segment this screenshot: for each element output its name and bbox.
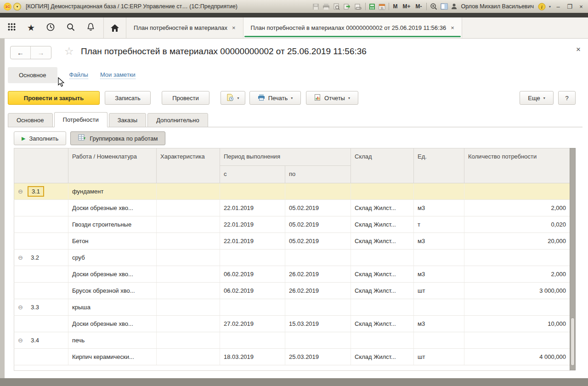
nomenclature-cell[interactable]: Кирпич керамически... bbox=[68, 349, 157, 365]
home-button[interactable] bbox=[103, 17, 126, 38]
print-preview-icon[interactable] bbox=[333, 3, 340, 10]
characteristic-cell[interactable] bbox=[157, 349, 220, 365]
characteristic-cell[interactable] bbox=[157, 283, 220, 299]
warehouse-cell[interactable]: Склад Жилст... bbox=[351, 316, 414, 332]
period-from-cell[interactable] bbox=[220, 183, 285, 200]
warehouse-cell[interactable]: Склад Жилст... bbox=[351, 200, 414, 216]
collapse-icon[interactable]: ⊖ bbox=[18, 337, 23, 344]
memory-minus-button[interactable]: M- bbox=[415, 3, 423, 10]
row-number-cell[interactable] bbox=[14, 233, 68, 250]
close-tab-icon[interactable]: × bbox=[451, 24, 454, 31]
warehouse-cell[interactable]: Склад Жилст... bbox=[351, 266, 414, 283]
favorites-star-icon[interactable]: ★ bbox=[27, 23, 35, 32]
row-number-cell[interactable] bbox=[14, 200, 68, 216]
get-link-icon[interactable] bbox=[343, 3, 351, 10]
warehouse-cell[interactable]: Склад Жилст... bbox=[351, 216, 414, 233]
period-from-cell[interactable] bbox=[220, 299, 285, 316]
quantity-cell[interactable]: 2,000 bbox=[464, 200, 570, 216]
quantity-cell[interactable]: 0,020 bbox=[464, 216, 570, 233]
header-unit[interactable]: Ед. bbox=[414, 148, 464, 183]
unit-cell[interactable]: шт bbox=[414, 349, 464, 365]
characteristic-cell[interactable] bbox=[157, 316, 220, 332]
search-icon[interactable] bbox=[66, 23, 75, 34]
unit-cell[interactable]: м3 bbox=[414, 266, 464, 283]
group-name-cell[interactable]: фундамент bbox=[68, 183, 157, 200]
tab-дополнительно[interactable]: Дополнительно bbox=[147, 113, 208, 127]
forward-button[interactable]: → bbox=[31, 46, 51, 59]
row-number-cell[interactable] bbox=[14, 349, 68, 365]
group-name-cell[interactable]: печь bbox=[68, 332, 157, 349]
period-to-cell[interactable]: 26.02.2019 bbox=[285, 266, 351, 283]
warehouse-cell[interactable]: Склад Жилст... bbox=[351, 349, 414, 365]
group-row[interactable]: ⊖3.3крыша bbox=[14, 299, 570, 316]
group-row[interactable]: ⊖3.4печь bbox=[14, 332, 570, 349]
unit-cell[interactable]: м3 bbox=[414, 233, 464, 250]
quantity-cell[interactable]: 2,000 bbox=[464, 266, 570, 283]
quantity-cell[interactable]: 4 000,000 bbox=[464, 349, 570, 365]
nav-link-files[interactable]: Файлы bbox=[69, 71, 88, 79]
nomenclature-cell[interactable]: Доски обрезные хво... bbox=[68, 266, 157, 283]
header-row-number[interactable] bbox=[14, 148, 68, 183]
period-to-cell[interactable]: 26.02.2019 bbox=[285, 283, 351, 299]
collapse-icon[interactable]: ⊖ bbox=[18, 188, 23, 195]
nomenclature-cell[interactable]: Доски обрезные хво... bbox=[68, 200, 157, 216]
characteristic-cell[interactable] bbox=[157, 183, 220, 200]
period-from-cell[interactable]: 22.01.2019 bbox=[220, 216, 285, 233]
characteristic-cell[interactable] bbox=[157, 250, 220, 266]
quantity-cell[interactable]: 3 000,000 bbox=[464, 283, 570, 299]
characteristic-cell[interactable] bbox=[157, 233, 220, 250]
group-name-cell[interactable]: крыша bbox=[68, 299, 157, 316]
group-name-cell[interactable]: сруб bbox=[68, 250, 157, 266]
main-menu-dropdown-icon[interactable]: ▾ bbox=[13, 3, 21, 11]
unit-cell[interactable]: т bbox=[414, 216, 464, 233]
period-from-cell[interactable]: 22.01.2019 bbox=[220, 200, 285, 216]
info-icon[interactable]: i bbox=[538, 3, 546, 11]
scrollbar-thumb[interactable] bbox=[571, 318, 575, 366]
group-number-cell[interactable]: ⊖3.4 bbox=[14, 332, 68, 349]
quantity-cell[interactable] bbox=[464, 250, 570, 266]
unit-cell[interactable]: шт bbox=[414, 283, 464, 299]
row-number-cell[interactable] bbox=[14, 266, 68, 283]
period-to-cell[interactable] bbox=[285, 299, 351, 316]
collapse-icon[interactable]: ⊖ bbox=[18, 304, 23, 311]
close-tab-icon[interactable]: × bbox=[232, 24, 236, 31]
nav-link-main[interactable]: Основное bbox=[8, 67, 57, 83]
characteristic-cell[interactable] bbox=[157, 200, 220, 216]
tab-active-потребности[interactable]: Потребности bbox=[54, 112, 107, 127]
item-row[interactable]: Брусок обрезной хво...06.02.201926.02.20… bbox=[14, 283, 570, 299]
item-row[interactable]: Бетон22.01.201905.02.2019Склад Жилст...м… bbox=[14, 233, 570, 250]
header-period[interactable]: Период выполнения bbox=[220, 148, 351, 166]
close-window-button[interactable]: × bbox=[577, 3, 585, 10]
print-icon[interactable] bbox=[322, 3, 330, 10]
characteristic-cell[interactable] bbox=[157, 299, 220, 316]
item-row[interactable]: Доски обрезные хво...27.02.201915.03.201… bbox=[14, 316, 570, 332]
item-row[interactable]: Гвозди строительные22.01.201905.02.2019С… bbox=[14, 216, 570, 233]
group-by-works-button[interactable]: Группировка по работам bbox=[70, 131, 165, 145]
warehouse-cell[interactable] bbox=[351, 332, 414, 349]
period-from-cell[interactable] bbox=[220, 250, 285, 266]
calculator-icon[interactable] bbox=[369, 3, 375, 10]
row-number-cell[interactable] bbox=[14, 283, 68, 299]
create-based-on-button[interactable]: ▾ bbox=[220, 91, 245, 105]
unit-cell[interactable] bbox=[414, 250, 464, 266]
group-row[interactable]: ⊖3.2сруб bbox=[14, 250, 570, 266]
period-from-cell[interactable]: 06.02.2019 bbox=[220, 283, 285, 299]
vertical-scrollbar[interactable] bbox=[570, 148, 576, 370]
notifications-bell-icon[interactable] bbox=[86, 23, 95, 34]
unit-cell[interactable]: м3 bbox=[414, 316, 464, 332]
split-window-icon[interactable] bbox=[441, 3, 448, 10]
header-quantity[interactable]: Количество потребности bbox=[464, 148, 570, 183]
fill-button[interactable]: ▶ Заполнить bbox=[14, 131, 66, 145]
more-button[interactable]: Еще▾ bbox=[520, 91, 554, 105]
period-to-cell[interactable]: 15.03.2019 bbox=[285, 316, 351, 332]
characteristic-cell[interactable] bbox=[157, 266, 220, 283]
close-form-icon[interactable]: × bbox=[576, 45, 581, 54]
go-to-link-icon[interactable] bbox=[354, 3, 362, 10]
info-dropdown-icon[interactable]: ▾ bbox=[549, 5, 551, 9]
tab-заказы[interactable]: Заказы bbox=[109, 113, 146, 127]
help-button[interactable]: ? bbox=[558, 91, 576, 105]
row-number-cell[interactable] bbox=[14, 216, 68, 233]
warehouse-cell[interactable] bbox=[351, 299, 414, 316]
warehouse-cell[interactable] bbox=[351, 183, 414, 200]
unit-cell[interactable] bbox=[414, 332, 464, 349]
